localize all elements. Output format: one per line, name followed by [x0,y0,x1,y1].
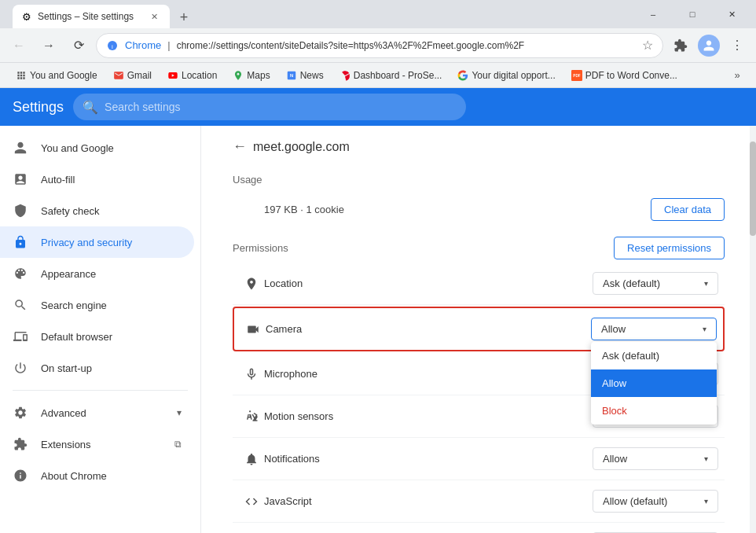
camera-select[interactable]: Allow ▾ Ask (default) Allow Block [591,318,717,340]
appearance-icon [13,266,28,281]
sidebar-item-autofill[interactable]: Auto-fill [0,164,194,195]
profile-avatar [698,35,720,57]
tab-favicon: ⚙ [22,11,31,23]
js-label: JavaScript [264,495,593,507]
chevron-down-icon: ▾ [703,325,706,333]
reload-button[interactable]: ⟳ [66,33,91,58]
bookmark-star-icon[interactable]: ☆ [642,38,653,53]
permission-images: Images Allow (default) ▾ [233,523,725,533]
tab-title: Settings – Site settings [38,11,141,22]
chevron-down-icon: ▾ [177,407,182,418]
bookmark-digital[interactable]: Your digital opport... [451,67,561,84]
usage-section-label: Usage [233,161,725,192]
main-content: ← meet.google.com Usage 197 KB · 1 cooki… [201,126,756,533]
search-box[interactable]: 🔍 [73,94,466,120]
settings-title: Settings [13,99,64,116]
new-tab-button[interactable]: + [173,6,195,28]
location-label: Location [264,278,593,289]
code-icon [239,494,264,509]
js-select-btn[interactable]: Allow (default) ▾ [593,490,718,513]
sidebar-item-extensions[interactable]: Extensions ⧉ [0,428,194,460]
extensions-icon[interactable] [668,33,693,58]
permission-javascript: JavaScript Allow (default) ▾ [233,480,725,523]
sidebar-label: Privacy and security [41,237,132,248]
news-label: News [300,70,324,81]
sidebar-label: Safety check [41,205,99,217]
permissions-label: Permissions [233,242,614,254]
address-bar[interactable]: i Chrome | chrome://settings/content/sit… [96,33,663,58]
sidebar-item-safety[interactable]: Safety check [0,195,194,226]
svg-text:N: N [290,72,293,77]
sidebar-label: Default browser [41,331,112,343]
dropdown-block[interactable]: Block [591,397,717,425]
svg-text:PDF: PDF [573,74,580,78]
gmail-icon [113,70,124,81]
bookmark-dashboard[interactable]: Dashboard - ProSe... [333,67,449,84]
mic-label: Microphone [264,368,593,380]
bookmark-youtube[interactable]: Location [161,67,223,84]
back-nav[interactable]: ← meet.google.com [233,126,725,161]
maps-icon [233,70,244,81]
tab-close-button[interactable]: ✕ [148,10,160,23]
camera-select-btn[interactable]: Allow ▾ [591,318,717,340]
sidebar-item-advanced[interactable]: Advanced ▾ [0,397,194,428]
person-icon [13,140,28,156]
shield-icon [13,203,28,219]
location-select-btn[interactable]: Ask (default) ▾ [593,272,718,295]
sidebar-label: You and Google [41,142,114,154]
gmail-label: Gmail [127,70,152,81]
dropdown-ask-default[interactable]: Ask (default) [591,342,717,369]
camera-label: Camera [266,323,591,335]
notifications-select-btn[interactable]: Allow ▾ [593,447,718,470]
permission-notifications: Notifications Allow ▾ [233,438,725,480]
sidebar-item-about[interactable]: About Chrome [0,460,194,491]
location-select[interactable]: Ask (default) ▾ [593,272,718,295]
minimize-button[interactable]: – [635,2,671,27]
maps-label: Maps [247,70,270,81]
more-bookmarks-button[interactable]: » [728,66,747,85]
close-button[interactable]: ✕ [714,2,750,27]
settings-sidebar: You and Google Auto-fill Safety check [0,126,201,533]
sidebar-item-default-browser[interactable]: Default browser [0,321,194,352]
bookmark-apps[interactable]: You and Google [9,67,104,84]
profile-icon[interactable] [696,33,721,58]
sidebar-divider [13,390,188,391]
bookmark-news[interactable]: N News [280,67,330,84]
lock-icon [13,234,28,250]
active-tab[interactable]: ⚙ Settings – Site settings ✕ [13,5,170,28]
sidebar-item-startup[interactable]: On start-up [0,352,194,384]
apps-icon [16,70,27,81]
notifications-label: Notifications [264,453,593,465]
maximize-button[interactable]: □ [674,2,710,27]
forward-button[interactable]: → [36,33,61,58]
search-input[interactable] [105,101,457,113]
google-icon [457,70,468,81]
permission-location: Location Ask (default) ▾ [233,263,725,305]
startup-icon [13,360,28,376]
dropdown-allow[interactable]: Allow [591,369,717,397]
notifications-select[interactable]: Allow ▾ [593,447,718,470]
apps-label: You and Google [30,70,97,81]
youtube-icon [167,70,178,81]
back-button[interactable]: ← [6,33,31,58]
sidebar-item-you-and-google[interactable]: You and Google [0,132,194,164]
reset-permissions-button[interactable]: Reset permissions [614,237,725,259]
sidebar-label: On start-up [41,362,92,374]
menu-icon[interactable]: ⋮ [725,33,750,58]
permissions-header: Permissions Reset permissions [233,227,725,263]
sidebar-label: Advanced [41,407,86,419]
bookmark-pdf[interactable]: PDF PDF to Word Conve... [565,67,684,84]
sidebar-item-appearance[interactable]: Appearance [0,258,194,289]
bookmark-maps[interactable]: Maps [226,67,276,84]
scrollbar-thumb[interactable] [750,142,756,236]
address-separator: | [167,39,170,51]
sidebar-label: Search engine [41,300,107,311]
clear-data-button[interactable]: Clear data [651,198,725,221]
bookmark-gmail[interactable]: Gmail [107,67,158,84]
scrollbar-track[interactable] [750,126,756,533]
sidebar-item-search[interactable]: Search engine [0,289,194,321]
js-select[interactable]: Allow (default) ▾ [593,490,718,513]
sidebar-item-privacy[interactable]: Privacy and security [0,226,194,258]
address-label: Chrome [125,39,161,51]
usage-row: 197 KB · 1 cookie Clear data [233,192,725,227]
